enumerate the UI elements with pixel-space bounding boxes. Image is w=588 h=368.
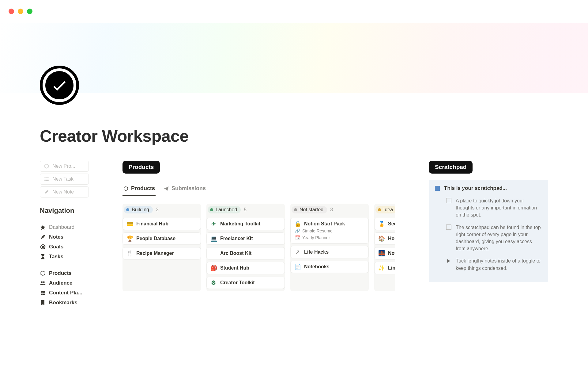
database-tabs: ProductsSubmissions (123, 184, 395, 196)
fullscreen-window-button[interactable] (27, 9, 32, 14)
tab-submissions[interactable]: Submissions (163, 184, 206, 196)
callout-icon (435, 186, 440, 191)
relation-label: Yearly Planner (302, 235, 330, 240)
scratchpad-heading: This is your scratchpad... (444, 185, 507, 191)
status-label: Building (132, 207, 149, 213)
status-dot-icon (378, 208, 381, 211)
card-title: Notion Div (388, 251, 395, 256)
board-card[interactable]: 🏆People Database (123, 232, 201, 245)
nav-item-bookmarks[interactable]: Bookmarks (40, 298, 89, 308)
scratch-item-text: The scratchpad can be found in the top r… (456, 224, 542, 252)
new-button-label: New Task (52, 176, 74, 182)
nav-item-label: Bookmarks (49, 300, 77, 306)
checkbox[interactable] (446, 224, 451, 230)
status-chip[interactable]: Launched (208, 206, 241, 213)
tab-label: Products (131, 185, 155, 192)
card-icon: ✈ (210, 221, 217, 227)
board-card[interactable]: Arc Boost Kit (206, 247, 285, 259)
board-card[interactable]: 💻Freelancer Kit (206, 232, 285, 245)
board-card[interactable]: 🍴Recipe Manager (123, 247, 201, 259)
card-title: Life Hacks (304, 249, 329, 255)
relation-label: Simple Resume (302, 228, 333, 233)
close-window-button[interactable] (9, 9, 14, 14)
tab-label: Submissions (172, 185, 206, 192)
status-label: Not started (300, 207, 323, 213)
nav-item-label: Content Pla... (49, 290, 82, 296)
board-column-idea: Idea4🏅Second Br🏠Home Mar🌉Notion Div✨Link… (374, 204, 395, 291)
card-icon: 💻 (210, 236, 217, 241)
board-card[interactable]: ✈Marketing Toolkit (206, 218, 285, 230)
card-relation[interactable]: 🔗Simple Resume (294, 228, 365, 233)
card-title: Home Mar (388, 236, 395, 241)
board-card[interactable]: ⚙Creator Toolkit (206, 277, 285, 289)
board-column-not-started: Not started3🔒Notion Start Pack🔗Simple Re… (290, 204, 369, 291)
card-title: Marketing Toolkit (220, 221, 260, 227)
board-card[interactable]: 🎒Student Hub (206, 262, 285, 274)
card-icon: ⚙ (210, 280, 217, 286)
card-relation[interactable]: 📅Yearly Planner (294, 235, 365, 240)
card-icon: 🔒 (294, 221, 300, 227)
nav-item-products[interactable]: Products (40, 268, 89, 278)
card-icon: 🍴 (126, 251, 133, 256)
card-title: Recipe Manager (136, 251, 174, 256)
new-button-1[interactable]: New Task (40, 174, 89, 185)
minimize-window-button[interactable] (18, 9, 23, 14)
tab-products[interactable]: Products (123, 184, 156, 196)
card-title: Second Br (388, 221, 395, 227)
card-icon: ↗ (294, 249, 300, 255)
scratch-item-text: Tuck lengthy notes inside of a toggle to… (456, 257, 542, 271)
relation-icon: 📅 (295, 235, 300, 240)
board-card[interactable]: 🏠Home Mar (374, 232, 395, 245)
new-button-2[interactable]: New Note (40, 186, 89, 197)
toggle-triangle-icon[interactable] (447, 259, 450, 263)
column-count: 3 (330, 207, 333, 213)
new-button-0[interactable]: New Pro... (40, 161, 89, 172)
nav-item-label: Tasks (49, 254, 63, 260)
page-title: Creator Workspace (40, 126, 548, 145)
column-count: 5 (244, 207, 247, 213)
board-card[interactable]: 💳Financial Hub (123, 218, 201, 230)
scratch-todo-item: The scratchpad can be found in the top r… (435, 222, 542, 256)
status-dot-icon (294, 208, 297, 211)
board-card[interactable]: 🌉Notion Div (374, 247, 395, 259)
board-card[interactable]: 📄Notebooks (290, 261, 369, 273)
card-icon: 🎒 (210, 265, 217, 271)
card-icon: 🏠 (378, 236, 384, 241)
nav-item-label: Audience (49, 280, 73, 286)
nav-divider (40, 218, 89, 218)
column-count: 3 (156, 207, 159, 213)
page-icon[interactable] (40, 66, 79, 105)
new-button-label: New Pro... (52, 163, 75, 169)
status-chip[interactable]: Not started (292, 206, 327, 213)
checkbox[interactable] (446, 198, 451, 203)
card-title: Arc Boost Kit (220, 251, 251, 256)
center-column: Products ProductsSubmissions Building3💳F… (123, 161, 395, 291)
nav-item-audience[interactable]: Audience (40, 278, 89, 288)
board-column-building: Building3💳Financial Hub🏆People Database🍴… (123, 204, 201, 291)
status-label: Idea (383, 207, 393, 213)
nav-item-content-pla-[interactable]: Content Pla... (40, 288, 89, 298)
nav-item-label: Notes (49, 234, 63, 240)
nav-item-label: Dashboard (49, 224, 74, 230)
scratchpad-callout: This is your scratchpad... A place to qu… (429, 180, 548, 282)
board-card[interactable]: ✨Link in Bic (374, 262, 395, 274)
status-dot-icon (210, 208, 213, 211)
traffic-lights (0, 0, 588, 23)
nav-item-tasks[interactable]: Tasks (40, 252, 89, 262)
board-card[interactable]: ↗Life Hacks (290, 246, 369, 258)
status-chip[interactable]: Building (124, 206, 153, 213)
nav-item-goals[interactable]: Goals (40, 242, 89, 252)
card-icon: 💳 (126, 221, 133, 227)
board-card[interactable]: 🏅Second Br (374, 218, 395, 230)
board-column-launched: Launched5✈Marketing Toolkit💻Freelancer K… (206, 204, 285, 291)
status-label: Launched (216, 207, 237, 213)
board-card[interactable]: 🔒Notion Start Pack🔗Simple Resume📅Yearly … (290, 218, 369, 243)
nav-item-notes[interactable]: Notes (40, 232, 89, 242)
nav-item-dashboard[interactable]: Dashboard (40, 222, 89, 232)
status-chip[interactable]: Idea (375, 206, 395, 213)
card-title: Freelancer Kit (220, 236, 253, 241)
relation-icon: 🔗 (295, 228, 300, 233)
card-title: Link in Bic (388, 265, 395, 271)
card-icon: 🏅 (378, 221, 384, 227)
card-icon: ✨ (378, 265, 384, 271)
